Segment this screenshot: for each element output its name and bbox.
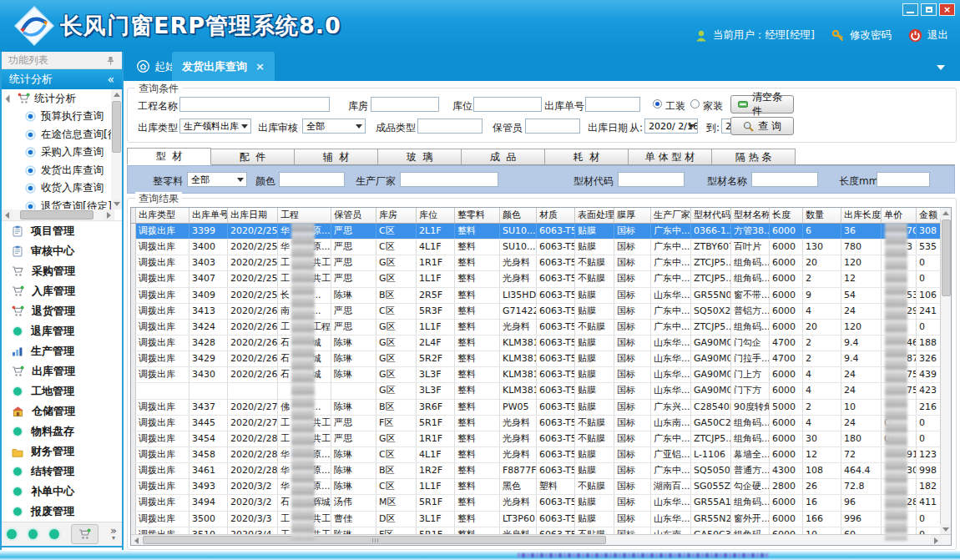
grid-header-cell[interactable]: 型材代码 (691, 208, 731, 223)
location-input[interactable] (473, 97, 542, 112)
audit-select[interactable]: 全部 (302, 119, 366, 134)
material-tab[interactable]: 辅 材 (294, 149, 378, 164)
change-password-link[interactable]: 修改密码 (831, 28, 892, 43)
table-row[interactable]: 调拨出库34612020/2/28华原...陈琳B区1R2F整料F8877FT6… (131, 463, 951, 479)
keeper-input[interactable] (525, 119, 580, 134)
grid-header-cell[interactable]: 出库日期 (228, 208, 278, 223)
footer-cart-button[interactable] (71, 524, 99, 544)
tab-shipping-outbound-query[interactable]: 发货出库查询 × (172, 52, 275, 81)
grid-header-cell[interactable]: 出库类型 (136, 208, 189, 223)
scroll-down-icon[interactable] (111, 199, 122, 209)
material-tab[interactable]: 配 件 (210, 149, 295, 164)
tab-close-icon[interactable]: × (255, 60, 265, 73)
table-row[interactable]: 调拨出库34092020/2/25长...陈琳B区2R5F整料LI35HD606… (131, 288, 951, 304)
quick-dot-icon[interactable] (28, 529, 38, 539)
length-input[interactable] (877, 172, 930, 187)
grid-header-cell[interactable]: 金额 (917, 208, 942, 223)
grid-header-cell[interactable]: 库位 (417, 208, 455, 223)
expander-icon[interactable] (6, 94, 14, 103)
grid-header-cell[interactable]: 库房 (376, 208, 417, 223)
quick-dot-icon[interactable] (7, 529, 17, 539)
grid-header-cell[interactable]: 颜色 (500, 208, 537, 223)
module-item[interactable]: 财务管理 (2, 441, 122, 462)
product-type-input[interactable] (417, 119, 483, 134)
table-row[interactable]: 调拨出库34282020/2/26石城陈琳G区2L4F整料KLM38176063… (131, 335, 951, 351)
profile-name-input[interactable] (751, 172, 818, 187)
module-item[interactable]: 结转管理 (2, 462, 122, 482)
scroll-left-icon[interactable] (2, 209, 13, 220)
scroll-up-icon[interactable] (111, 89, 122, 100)
module-item[interactable]: 仓储管理 (2, 401, 122, 421)
module-item[interactable]: 物料盘存 (2, 421, 122, 441)
table-row[interactable]: 调拨出库34452020/2/27工共工程严思F区5R1F整料光身料6063-T… (131, 416, 951, 431)
scroll-up-icon[interactable] (940, 208, 951, 219)
radio-jiazhuang[interactable] (690, 99, 700, 108)
module-item[interactable]: 生产管理 (2, 341, 122, 361)
table-row[interactable]: 调拨出库34942020/3/2石辉城汤伟M区5R1F整料光身料6063-T5贴… (131, 495, 951, 511)
collapse-button[interactable]: « (107, 73, 114, 86)
maker-input[interactable] (400, 172, 498, 187)
table-row[interactable]: 调拨出库34292020/2/26石城陈琳G区5R2F整料KLM38176063… (131, 351, 951, 367)
scroll-right-icon[interactable] (931, 535, 942, 546)
out-type-select[interactable]: 生产领料出库 (179, 119, 251, 134)
clear-conditions-button[interactable]: 清空条件 (730, 95, 794, 114)
grid-header-cell[interactable]: 单价 (882, 208, 917, 223)
module-item[interactable]: 入库管理 (2, 281, 122, 301)
grid-header-cell[interactable]: 数量 (803, 208, 841, 223)
minimize-button[interactable] (902, 3, 918, 16)
material-tab[interactable]: 玻 璃 (377, 149, 462, 164)
tree-root[interactable]: 统计分析 (2, 89, 122, 108)
color-input[interactable] (279, 172, 345, 187)
tree-item[interactable]: 发货出库查询 (2, 162, 122, 180)
tree-item[interactable]: 预算执行查询 (2, 108, 122, 126)
scroll-thumb[interactable] (112, 101, 121, 153)
tree-item[interactable]: 收货入库查询 (2, 179, 122, 198)
more-buttons-chevron[interactable]: »▾ (110, 527, 117, 542)
table-row[interactable]: 调拨出库34302020/2/26石城陈琳G区3L3F整料KLM38176063… (131, 367, 951, 383)
module-item[interactable]: 退库管理 (2, 321, 122, 341)
module-item[interactable]: 退货管理 (2, 301, 122, 321)
grid-header-cell[interactable]: 型材名称 (731, 208, 770, 223)
module-item[interactable]: 项目管理 (2, 221, 122, 241)
material-tab[interactable]: 耗 材 (544, 149, 629, 164)
table-row[interactable]: 调拨出库34132020/2/26南...严思C区5R3F整料G71422606… (131, 304, 951, 320)
tree-vertical-scrollbar[interactable] (111, 89, 122, 209)
table-row[interactable]: 调拨出库34002020/2/25华原...严思C区4L1F整料SU10...6… (131, 240, 951, 255)
grid-header-cell[interactable]: 长度 (770, 208, 803, 223)
grid-header-cell[interactable]: 保管员 (331, 208, 376, 223)
grid-header-cell[interactable]: 表面处理 (575, 208, 614, 223)
module-item[interactable]: 工地管理 (2, 381, 122, 401)
table-row[interactable]: 调拨出库35002020/3/3工共工程曹佳D区3L1F整料LT3P606063… (131, 512, 951, 527)
quick-dot-icon[interactable] (49, 529, 59, 539)
material-tab[interactable]: 单 体 型 材 (628, 149, 712, 164)
grid-header-cell[interactable]: 工程 (278, 208, 331, 223)
module-item[interactable]: 报废管理 (2, 502, 122, 522)
material-tab[interactable]: 隔 热 条 (711, 149, 796, 164)
grid-header-cell[interactable]: 生产厂家 (651, 208, 691, 223)
module-item[interactable]: 审核中心 (2, 241, 122, 261)
tab-overflow-chevron-icon[interactable] (937, 65, 945, 70)
tree-item[interactable]: 在途信息查询[待 (2, 126, 122, 144)
whole-part-select[interactable]: 全部 (187, 172, 247, 187)
table-row[interactable]: 调拨出库34582020/2/28华原...陈琳C区4L1F整料光身料6063-… (131, 447, 951, 463)
grid-header-cell[interactable]: 材质 (537, 208, 575, 223)
order-no-input[interactable] (585, 97, 640, 112)
close-button[interactable]: × (939, 3, 955, 16)
grid-header-cell[interactable]: 出库长度 (841, 208, 882, 223)
project-name-input[interactable] (179, 97, 330, 112)
radio-gongzhuang[interactable] (653, 99, 662, 108)
material-tab[interactable]: 成 品 (461, 149, 545, 164)
logout-button[interactable]: 退出 (908, 28, 948, 43)
date-from-picker[interactable]: 2020/ 2/16 (644, 119, 698, 134)
scroll-thumb[interactable] (143, 536, 606, 544)
table-row[interactable]: 调拨出库34072020/2/25工共工程严思G区1L1F整料光身料6063-T… (131, 271, 951, 287)
grid-header-cell[interactable]: 整零料 (455, 208, 500, 223)
warehouse-input[interactable] (371, 97, 439, 112)
table-row[interactable]: 调拨出库34932020/3/2华原...陈琳C区1L1F整料黑色塑料不贴膜国标… (131, 479, 951, 495)
search-button[interactable]: 查 询 (730, 117, 794, 135)
table-row[interactable]: 调拨出库33992020/2/25华原...严思C区2L1F整料SU10...6… (131, 224, 951, 240)
table-row[interactable]: 调拨出库34372020/2/27佛...陈琳B区3R6F整料PW056063-… (131, 400, 951, 416)
table-row[interactable]: 调拨出库34242020/2/26工工程严思G区1L1F整料光身料6063-T5… (131, 320, 951, 335)
table-row[interactable]: 调拨出库34032020/2/25工共工程严思G区1R1F整料光身料6063-T… (131, 255, 951, 271)
scroll-left-icon[interactable] (131, 535, 142, 546)
